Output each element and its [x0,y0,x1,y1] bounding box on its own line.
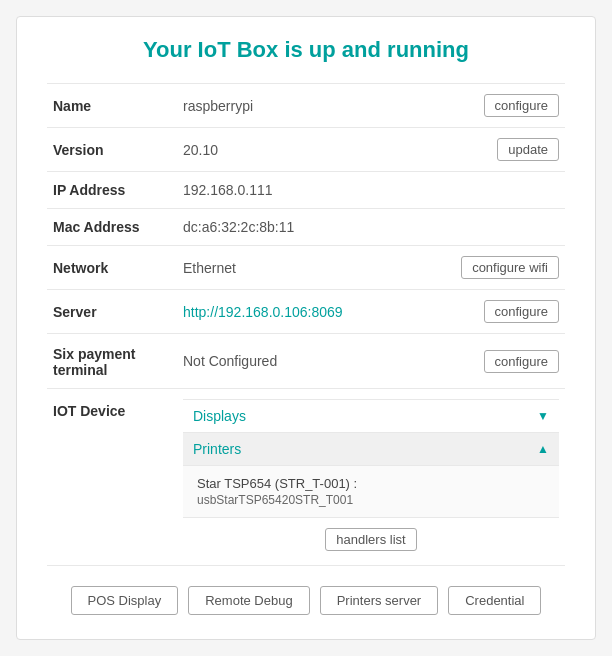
network-value-cell: Ethernet configure wifi [177,246,565,290]
server-label: Server [47,290,177,334]
name-value-cell: raspberrypi configure [177,84,565,128]
iot-device-label: IOT Device [47,389,177,566]
pos-display-button[interactable]: POS Display [71,586,179,615]
payment-row: Six payment terminal Not Configured conf… [47,334,565,389]
payment-configure-button[interactable]: configure [484,350,559,373]
version-label: Version [47,128,177,172]
payment-label: Six payment terminal [47,334,177,389]
configure-name-button[interactable]: configure [484,94,559,117]
server-link[interactable]: http://192.168.0.106:8069 [183,304,343,320]
info-table: Name raspberrypi configure Version 20.10… [47,83,565,566]
server-configure-button[interactable]: configure [484,300,559,323]
mac-value: dc:a6:32:2c:8b:11 [177,209,565,246]
update-button[interactable]: update [497,138,559,161]
printers-label: Printers [193,441,241,457]
printer-name: Star TSP654 (STR_T-001) : [197,476,545,491]
displays-dropdown[interactable]: Displays ▼ [183,399,559,433]
iot-device-row: IOT Device Displays ▼ Printers ▲ Star TS… [47,389,565,566]
handlers-list-button[interactable]: handlers list [325,528,416,551]
iot-box-card: Your IoT Box is up and running Name rasp… [16,16,596,640]
network-row: Network Ethernet configure wifi [47,246,565,290]
iot-device-cell: Displays ▼ Printers ▲ Star TSP654 (STR_T… [177,389,565,566]
mac-label: Mac Address [47,209,177,246]
remote-debug-button[interactable]: Remote Debug [188,586,309,615]
version-value-cell: 20.10 update [177,128,565,172]
printer-id: usbStarTSP65420STR_T001 [197,493,545,507]
name-row: Name raspberrypi configure [47,84,565,128]
server-value-cell: http://192.168.0.106:8069 configure [177,290,565,334]
name-value: raspberrypi [183,98,253,114]
network-value: Ethernet [183,260,236,276]
payment-value-cell: Not Configured configure [177,334,565,389]
printers-server-button[interactable]: Printers server [320,586,439,615]
server-row: Server http://192.168.0.106:8069 configu… [47,290,565,334]
mac-row: Mac Address dc:a6:32:2c:8b:11 [47,209,565,246]
payment-value: Not Configured [183,353,277,369]
version-value: 20.10 [183,142,218,158]
footer-buttons: POS Display Remote Debug Printers server… [47,586,565,615]
configure-wifi-button[interactable]: configure wifi [461,256,559,279]
credential-button[interactable]: Credential [448,586,541,615]
printers-dropdown[interactable]: Printers ▲ [183,433,559,466]
printer-detail: Star TSP654 (STR_T-001) : usbStarTSP6542… [183,466,559,518]
page-title: Your IoT Box is up and running [47,37,565,63]
ip-value: 192.168.0.111 [177,172,565,209]
ip-label: IP Address [47,172,177,209]
name-label: Name [47,84,177,128]
displays-arrow: ▼ [537,409,549,423]
displays-label: Displays [193,408,246,424]
network-label: Network [47,246,177,290]
version-row: Version 20.10 update [47,128,565,172]
ip-row: IP Address 192.168.0.111 [47,172,565,209]
handlers-btn-row: handlers list [183,518,559,555]
printers-arrow: ▲ [537,442,549,456]
